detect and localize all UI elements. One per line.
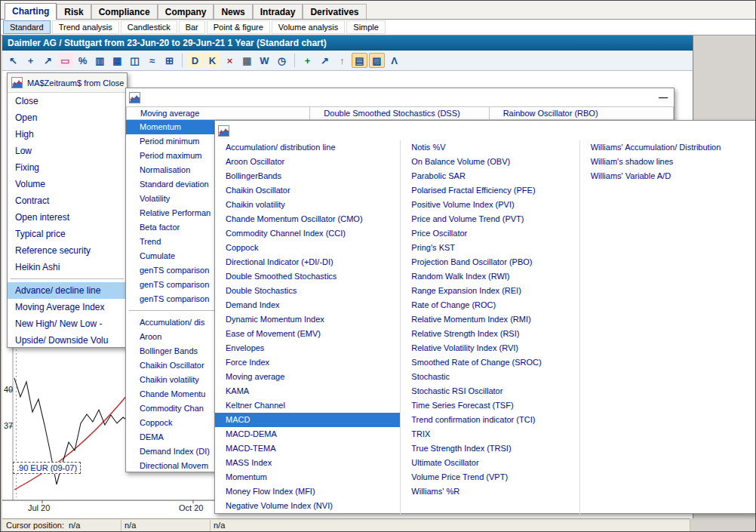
menu-item[interactable]: Pring's KST xyxy=(401,241,579,255)
menu-item[interactable]: MASS Index xyxy=(215,456,400,470)
chart-type-tab[interactable]: Candlestick xyxy=(121,20,177,34)
zigzag-line-icon[interactable]: Λ xyxy=(386,53,402,68)
main-tab[interactable]: Charting xyxy=(5,3,57,20)
clock-icon[interactable]: ◷ xyxy=(274,53,290,68)
menu-item[interactable]: Negative Volume Index (NVI) xyxy=(215,499,400,513)
menu-item[interactable]: Money Flow Index (MFI) xyxy=(215,484,400,499)
menu-item[interactable]: Volume Price Trend (VPT) xyxy=(401,470,579,484)
menu-item[interactable]: Rate of Change (ROC) xyxy=(401,298,579,312)
menu-item[interactable]: Random Walk Index (RWI) xyxy=(401,269,579,284)
menu-item[interactable]: Range Expansion Index (REI) xyxy=(401,284,579,298)
bar-chart-icon[interactable]: ▥ xyxy=(92,53,108,68)
menu-item[interactable]: Williams' Accumulation/ Distribution xyxy=(580,140,756,155)
menu-item[interactable]: Chande Momentum Oscillator (CMO) xyxy=(215,212,400,226)
table-icon[interactable]: ▦ xyxy=(239,53,255,68)
menu-item[interactable]: Notis %V xyxy=(401,140,579,155)
menu-item[interactable]: Low xyxy=(8,143,127,159)
menu-item[interactable]: Parabolic SAR xyxy=(401,169,579,183)
trendline-icon[interactable]: ↗ xyxy=(40,53,56,68)
menu-item[interactable]: Reference security xyxy=(8,242,127,259)
main-tab[interactable]: News xyxy=(214,4,252,19)
menu-item[interactable]: Smoothed Rate of Change (SROC) xyxy=(401,355,579,370)
menu-item[interactable]: MACD-TEMA xyxy=(215,441,400,456)
chart-type-tab[interactable]: Trend analysis xyxy=(52,20,119,34)
main-tab[interactable]: Derivatives xyxy=(303,4,366,19)
moving-average-icon[interactable]: ▨ xyxy=(369,53,385,68)
pointer-icon[interactable]: ↖ xyxy=(5,53,21,68)
arrow-up-icon[interactable]: ↑ xyxy=(334,53,350,68)
menu-item[interactable]: Open interest xyxy=(8,209,127,226)
menu-item[interactable]: Double Stochastics xyxy=(215,284,400,298)
menu-item[interactable]: Williams' %R xyxy=(401,484,579,499)
candlestick-icon[interactable]: ◫ xyxy=(127,53,143,68)
menu-item[interactable]: William's shadow lines xyxy=(580,155,756,169)
zigzag-icon[interactable]: W xyxy=(257,53,272,68)
menu-item[interactable]: True Strength Index (TRSI) xyxy=(401,441,579,456)
menu-item[interactable]: Relative Momentum Index (RMI) xyxy=(401,312,579,327)
delete-icon[interactable]: × xyxy=(222,53,238,68)
chart-type-tab[interactable]: Point & figure xyxy=(207,20,270,34)
menu-item[interactable]: Volume xyxy=(8,176,127,192)
chart-type-tab[interactable]: Standard xyxy=(3,20,51,34)
menu-item[interactable]: New High/ New Low - xyxy=(8,315,127,332)
menu-item[interactable]: KAMA xyxy=(215,384,400,398)
main-tab[interactable]: Risk xyxy=(57,4,91,19)
menu-item[interactable]: Price Oscillator xyxy=(401,226,579,241)
category-column-header[interactable]: Rainbow Oscillator (RBO) xyxy=(490,106,674,120)
crosshair-icon[interactable]: + xyxy=(23,53,38,68)
menu-item[interactable]: Accumulation/ distribution line xyxy=(215,140,400,155)
menu-item[interactable]: Force Index xyxy=(215,355,400,370)
category-column-header[interactable]: Double Smoothed Stochastics (DSS) xyxy=(310,106,489,120)
forecast-icon[interactable]: ↗ xyxy=(317,53,333,68)
menu-item[interactable]: Chaikin Oscillator xyxy=(215,183,400,198)
menu-item[interactable]: High xyxy=(8,126,127,143)
menu-item[interactable]: Close xyxy=(8,93,127,109)
menu-item[interactable]: Envelopes xyxy=(215,341,400,355)
eraser-icon[interactable]: ▭ xyxy=(57,53,73,68)
menu-item[interactable]: Commodity Channel Index (CCI) xyxy=(215,226,400,241)
menu-item[interactable]: Moving Average Index xyxy=(8,299,127,315)
menu-item[interactable]: MACD-DEMA xyxy=(215,427,400,441)
main-tab[interactable]: Company xyxy=(158,4,214,19)
menu-item[interactable]: Upside/ Downside Volu xyxy=(8,332,127,349)
chart-type-tab[interactable]: Bar xyxy=(179,20,205,34)
menu-item[interactable]: Williams' Variable A/D xyxy=(580,169,756,183)
menu-item[interactable]: On Balance Volume (OBV) xyxy=(401,155,579,169)
menu-item[interactable]: Polarised Fractal Efficiency (PFE) xyxy=(401,183,579,198)
menu-item[interactable]: Trend confirmation indicator (TCI) xyxy=(401,413,579,427)
menu-item[interactable]: Ease of Movement (EMV) xyxy=(215,327,400,341)
menu-item[interactable]: MACD xyxy=(215,413,400,427)
add-study-icon[interactable]: + xyxy=(300,53,315,68)
menu-item[interactable]: Time Series Forecast (TSF) xyxy=(401,398,579,413)
menu-item[interactable]: Coppock xyxy=(215,241,400,255)
main-tab[interactable]: Compliance xyxy=(91,4,158,19)
menu-item[interactable]: Stochastic xyxy=(401,370,579,384)
menu-item[interactable]: Directional Indicator (+DI/-DI) xyxy=(215,255,400,269)
wave-icon[interactable]: ≈ xyxy=(144,53,160,68)
menu-item[interactable]: Relative Volatility Index (RVI) xyxy=(401,341,579,355)
menu-item[interactable]: Moving average xyxy=(215,370,400,384)
menu-item[interactable]: Projection Band Oscillator (PBO) xyxy=(401,255,579,269)
menu-item[interactable]: Positive Volume Index (PVI) xyxy=(401,198,579,212)
menu-item[interactable]: Heikin Ashi xyxy=(8,259,127,275)
menu-item[interactable]: BollingerBands xyxy=(215,169,400,183)
menu-item[interactable]: Fixing xyxy=(8,159,127,176)
menu-item[interactable]: TRIX xyxy=(401,427,579,441)
main-tab[interactable]: Intraday xyxy=(253,4,303,19)
menu-item[interactable]: Price and Volume Trend (PVT) xyxy=(401,212,579,226)
menu-item[interactable]: Ultimate Oscillator xyxy=(401,456,579,470)
menu-item[interactable]: Typical price xyxy=(8,226,127,242)
chart-type-tab[interactable]: Volume analysis xyxy=(272,20,346,34)
menu-item[interactable]: Stochastic RSI Oscillator xyxy=(401,384,579,398)
menu-item[interactable]: Open xyxy=(8,109,127,126)
percent-icon[interactable]: % xyxy=(75,53,91,68)
chart-type-tab[interactable]: Simple xyxy=(346,20,386,34)
menu-item[interactable]: Aroon Oscillator xyxy=(215,155,400,169)
menu-item[interactable]: Contract xyxy=(8,192,127,209)
menu-item[interactable]: Chaikin volatility xyxy=(215,198,400,212)
new-document-icon[interactable]: D xyxy=(187,53,203,68)
category-column-header[interactable]: Moving average xyxy=(126,106,310,120)
menu-item[interactable]: Double Smoothed Stochastics xyxy=(215,269,400,284)
minimize-icon[interactable]: — xyxy=(659,92,668,103)
menu-item[interactable]: Dynamic Momentum Index xyxy=(215,312,400,327)
